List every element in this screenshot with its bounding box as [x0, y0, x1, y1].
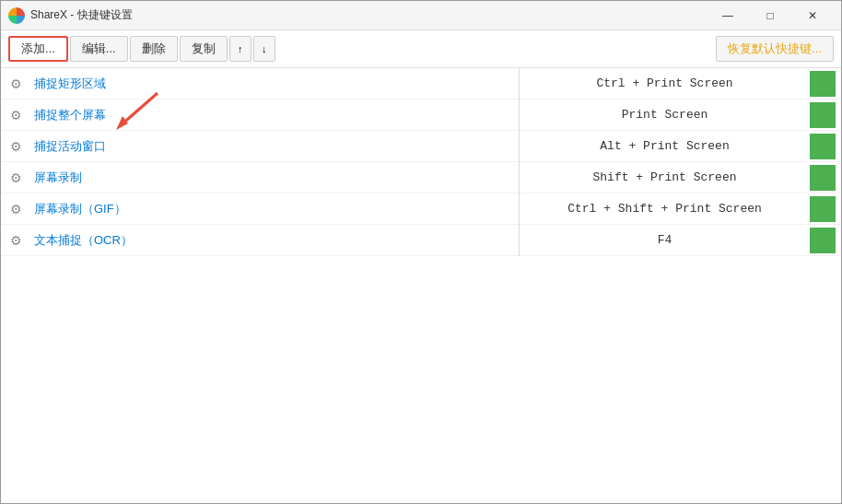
window-controls: — □ ✕ [707, 1, 834, 30]
down-arrow-icon: ↓ [262, 43, 267, 54]
minimize-button[interactable]: — [707, 1, 749, 30]
toolbar: 添加... 编辑... 删除 复制 ↑ ↓ 恢复默认快捷键... [1, 30, 841, 68]
active-indicator [810, 228, 836, 253]
restore-defaults-button[interactable]: 恢复默认快捷键... [716, 36, 834, 62]
move-down-button[interactable]: ↓ [253, 36, 275, 62]
edit-button[interactable]: 编辑... [70, 36, 128, 62]
shortcut-name: 捕捉整个屏幕 [30, 107, 519, 123]
table-row[interactable]: ⚙ 文本捕捉（OCR） F4 [1, 225, 841, 256]
add-button[interactable]: 添加... [8, 36, 68, 62]
table-row[interactable]: ⚙ 屏幕录制（GIF） Ctrl + Shift + Print Screen [1, 193, 841, 225]
table-row[interactable]: ⚙ 捕捉活动窗口 Alt + Print Screen [1, 131, 841, 162]
table-row[interactable]: ⚙ 捕捉矩形区域 Ctrl + Print Screen [1, 68, 841, 100]
shortcut-name: 文本捕捉（OCR） [30, 232, 519, 249]
active-indicator [810, 102, 836, 128]
app-logo [8, 7, 25, 24]
gear-icon: ⚙ [1, 233, 30, 248]
shortcut-list: ⚙ 捕捉矩形区域 Ctrl + Print Screen ⚙ 捕捉整个屏幕 Pr… [1, 68, 841, 503]
up-arrow-icon: ↑ [238, 43, 243, 54]
maximize-button[interactable]: □ [749, 1, 791, 30]
content-area: ⚙ 捕捉矩形区域 Ctrl + Print Screen ⚙ 捕捉整个屏幕 Pr… [1, 68, 841, 503]
title-bar: ShareX - 快捷键设置 — □ ✕ [1, 1, 841, 30]
shortcut-name: 捕捉活动窗口 [30, 138, 519, 155]
shortcut-key: Alt + Print Screen [520, 139, 810, 153]
shortcut-key: Ctrl + Print Screen [520, 76, 810, 90]
shortcut-name: 捕捉矩形区域 [30, 76, 519, 92]
main-window: ShareX - 快捷键设置 — □ ✕ 添加... 编辑... 删除 复制 ↑… [0, 0, 842, 504]
gear-icon: ⚙ [1, 76, 30, 91]
close-button[interactable]: ✕ [791, 1, 834, 30]
active-indicator [810, 134, 836, 159]
gear-icon: ⚙ [1, 202, 30, 217]
shortcut-name: 屏幕录制 [30, 170, 519, 186]
gear-icon: ⚙ [1, 139, 30, 154]
active-indicator [810, 196, 836, 222]
window-title: ShareX - 快捷键设置 [30, 7, 707, 23]
table-row[interactable]: ⚙ 屏幕录制 Shift + Print Screen [1, 162, 841, 193]
shortcut-name: 屏幕录制（GIF） [30, 201, 519, 217]
shortcut-key: Print Screen [520, 108, 810, 122]
active-indicator [810, 165, 836, 191]
copy-button[interactable]: 复制 [180, 36, 228, 62]
gear-icon: ⚙ [1, 170, 30, 185]
table-row[interactable]: ⚙ 捕捉整个屏幕 Print Screen [1, 100, 841, 131]
shortcut-key: F4 [520, 233, 810, 247]
move-up-button[interactable]: ↑ [229, 36, 251, 62]
shortcut-key: Shift + Print Screen [520, 170, 810, 184]
active-indicator [810, 71, 836, 97]
gear-icon: ⚙ [1, 108, 30, 123]
delete-button[interactable]: 删除 [130, 36, 178, 62]
shortcut-key: Ctrl + Shift + Print Screen [520, 202, 810, 216]
